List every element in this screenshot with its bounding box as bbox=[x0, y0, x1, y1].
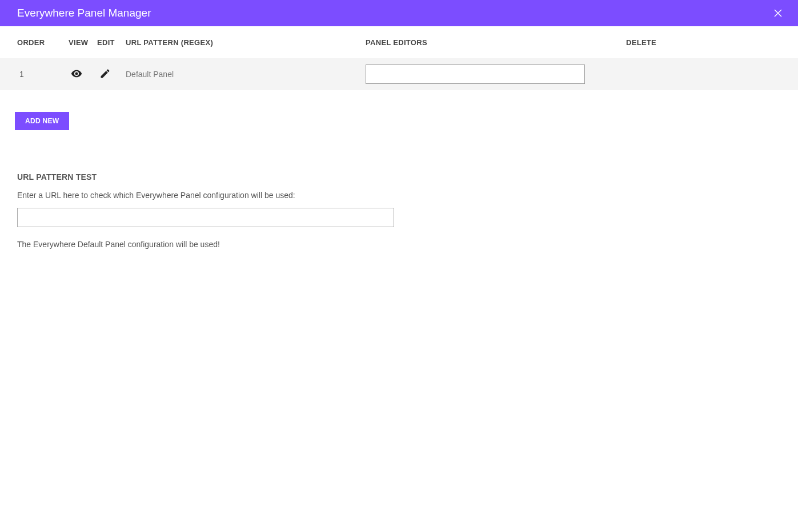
row-url-pattern: Default Panel bbox=[126, 70, 174, 79]
view-button[interactable] bbox=[69, 68, 82, 79]
url-test-description: Enter a URL here to check which Everywhe… bbox=[17, 191, 781, 200]
edit-button[interactable] bbox=[97, 68, 111, 79]
table-row: 1 Default Panel bbox=[0, 58, 798, 90]
add-new-button[interactable]: ADD NEW bbox=[15, 112, 69, 130]
close-icon bbox=[773, 8, 783, 18]
close-button[interactable] bbox=[769, 5, 787, 22]
column-header-view: VIEW bbox=[69, 38, 97, 47]
eye-icon bbox=[71, 68, 82, 79]
add-new-section: ADD NEW bbox=[0, 90, 798, 130]
column-header-order: ORDER bbox=[17, 38, 69, 47]
panel-editors-input[interactable] bbox=[366, 65, 585, 84]
column-header-delete: DELETE bbox=[626, 38, 672, 47]
column-header-edit: EDIT bbox=[97, 38, 126, 47]
url-test-input[interactable] bbox=[17, 208, 394, 227]
url-test-result: The Everywhere Default Panel configurati… bbox=[17, 240, 781, 249]
row-order-number: 1 bbox=[17, 70, 24, 79]
column-header-url-pattern: URL PATTERN (REGEX) bbox=[126, 38, 366, 47]
pencil-icon bbox=[99, 68, 111, 79]
url-test-heading: URL PATTERN TEST bbox=[17, 172, 781, 182]
header-title: Everywhere Panel Manager bbox=[17, 7, 151, 19]
column-header-panel-editors: PANEL EDITORS bbox=[366, 38, 626, 47]
url-pattern-test-section: URL PATTERN TEST Enter a URL here to che… bbox=[0, 130, 798, 249]
table-header-row: ORDER VIEW EDIT URL PATTERN (REGEX) PANE… bbox=[0, 26, 798, 58]
header-bar: Everywhere Panel Manager bbox=[0, 0, 798, 26]
